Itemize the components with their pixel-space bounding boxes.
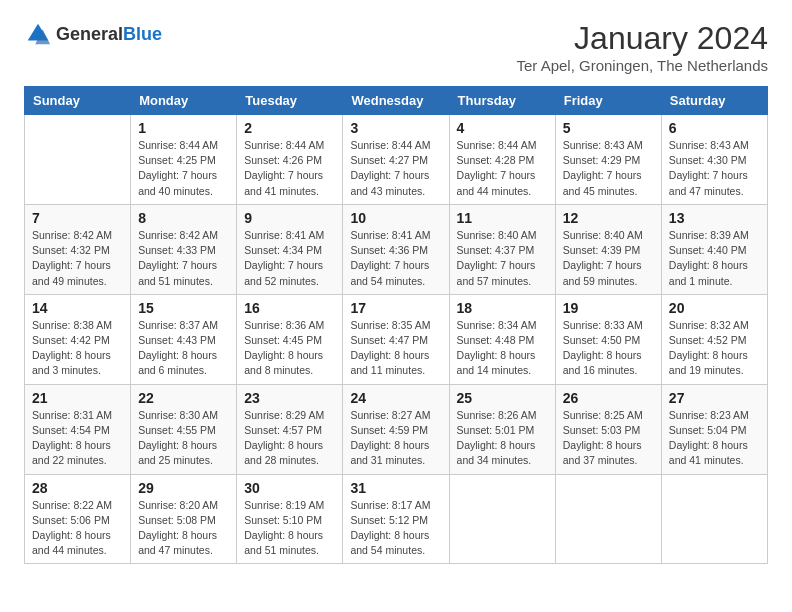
day-number: 1 xyxy=(138,120,229,136)
calendar-cell: 18Sunrise: 8:34 AMSunset: 4:48 PMDayligh… xyxy=(449,294,555,384)
calendar-week-row: 7Sunrise: 8:42 AMSunset: 4:32 PMDaylight… xyxy=(25,204,768,294)
day-info: Sunrise: 8:38 AMSunset: 4:42 PMDaylight:… xyxy=(32,318,123,379)
day-info: Sunrise: 8:22 AMSunset: 5:06 PMDaylight:… xyxy=(32,498,123,559)
day-number: 30 xyxy=(244,480,335,496)
calendar-cell xyxy=(25,115,131,205)
calendar-cell: 17Sunrise: 8:35 AMSunset: 4:47 PMDayligh… xyxy=(343,294,449,384)
calendar-cell: 26Sunrise: 8:25 AMSunset: 5:03 PMDayligh… xyxy=(555,384,661,474)
day-number: 23 xyxy=(244,390,335,406)
calendar-cell: 9Sunrise: 8:41 AMSunset: 4:34 PMDaylight… xyxy=(237,204,343,294)
calendar-cell: 25Sunrise: 8:26 AMSunset: 5:01 PMDayligh… xyxy=(449,384,555,474)
day-info: Sunrise: 8:42 AMSunset: 4:32 PMDaylight:… xyxy=(32,228,123,289)
day-info: Sunrise: 8:44 AMSunset: 4:25 PMDaylight:… xyxy=(138,138,229,199)
day-info: Sunrise: 8:44 AMSunset: 4:26 PMDaylight:… xyxy=(244,138,335,199)
day-info: Sunrise: 8:34 AMSunset: 4:48 PMDaylight:… xyxy=(457,318,548,379)
title-block: January 2024 Ter Apel, Groningen, The Ne… xyxy=(516,20,768,74)
day-info: Sunrise: 8:41 AMSunset: 4:34 PMDaylight:… xyxy=(244,228,335,289)
day-info: Sunrise: 8:44 AMSunset: 4:27 PMDaylight:… xyxy=(350,138,441,199)
calendar-week-row: 28Sunrise: 8:22 AMSunset: 5:06 PMDayligh… xyxy=(25,474,768,564)
day-number: 25 xyxy=(457,390,548,406)
calendar-cell: 21Sunrise: 8:31 AMSunset: 4:54 PMDayligh… xyxy=(25,384,131,474)
calendar-cell: 14Sunrise: 8:38 AMSunset: 4:42 PMDayligh… xyxy=(25,294,131,384)
calendar-cell: 31Sunrise: 8:17 AMSunset: 5:12 PMDayligh… xyxy=(343,474,449,564)
day-number: 28 xyxy=(32,480,123,496)
calendar-table: SundayMondayTuesdayWednesdayThursdayFrid… xyxy=(24,86,768,564)
day-info: Sunrise: 8:43 AMSunset: 4:30 PMDaylight:… xyxy=(669,138,760,199)
calendar-cell xyxy=(449,474,555,564)
calendar-week-row: 21Sunrise: 8:31 AMSunset: 4:54 PMDayligh… xyxy=(25,384,768,474)
day-info: Sunrise: 8:44 AMSunset: 4:28 PMDaylight:… xyxy=(457,138,548,199)
calendar-cell xyxy=(555,474,661,564)
day-info: Sunrise: 8:29 AMSunset: 4:57 PMDaylight:… xyxy=(244,408,335,469)
calendar-cell: 12Sunrise: 8:40 AMSunset: 4:39 PMDayligh… xyxy=(555,204,661,294)
day-number: 4 xyxy=(457,120,548,136)
day-number: 20 xyxy=(669,300,760,316)
day-info: Sunrise: 8:39 AMSunset: 4:40 PMDaylight:… xyxy=(669,228,760,289)
calendar-week-row: 14Sunrise: 8:38 AMSunset: 4:42 PMDayligh… xyxy=(25,294,768,384)
calendar-cell: 2Sunrise: 8:44 AMSunset: 4:26 PMDaylight… xyxy=(237,115,343,205)
logo: GeneralBlue xyxy=(24,20,162,48)
day-number: 13 xyxy=(669,210,760,226)
day-number: 19 xyxy=(563,300,654,316)
column-header-tuesday: Tuesday xyxy=(237,87,343,115)
day-number: 8 xyxy=(138,210,229,226)
day-number: 29 xyxy=(138,480,229,496)
location-subtitle: Ter Apel, Groningen, The Netherlands xyxy=(516,57,768,74)
day-number: 27 xyxy=(669,390,760,406)
day-number: 7 xyxy=(32,210,123,226)
column-header-thursday: Thursday xyxy=(449,87,555,115)
day-info: Sunrise: 8:41 AMSunset: 4:36 PMDaylight:… xyxy=(350,228,441,289)
day-info: Sunrise: 8:35 AMSunset: 4:47 PMDaylight:… xyxy=(350,318,441,379)
day-info: Sunrise: 8:25 AMSunset: 5:03 PMDaylight:… xyxy=(563,408,654,469)
calendar-cell: 11Sunrise: 8:40 AMSunset: 4:37 PMDayligh… xyxy=(449,204,555,294)
calendar-cell: 23Sunrise: 8:29 AMSunset: 4:57 PMDayligh… xyxy=(237,384,343,474)
calendar-cell: 5Sunrise: 8:43 AMSunset: 4:29 PMDaylight… xyxy=(555,115,661,205)
day-info: Sunrise: 8:36 AMSunset: 4:45 PMDaylight:… xyxy=(244,318,335,379)
calendar-cell: 10Sunrise: 8:41 AMSunset: 4:36 PMDayligh… xyxy=(343,204,449,294)
day-number: 15 xyxy=(138,300,229,316)
day-info: Sunrise: 8:32 AMSunset: 4:52 PMDaylight:… xyxy=(669,318,760,379)
calendar-cell: 8Sunrise: 8:42 AMSunset: 4:33 PMDaylight… xyxy=(131,204,237,294)
day-info: Sunrise: 8:31 AMSunset: 4:54 PMDaylight:… xyxy=(32,408,123,469)
day-number: 12 xyxy=(563,210,654,226)
calendar-header-row: SundayMondayTuesdayWednesdayThursdayFrid… xyxy=(25,87,768,115)
day-number: 5 xyxy=(563,120,654,136)
logo-icon xyxy=(24,20,52,48)
calendar-cell xyxy=(661,474,767,564)
calendar-cell: 15Sunrise: 8:37 AMSunset: 4:43 PMDayligh… xyxy=(131,294,237,384)
day-number: 10 xyxy=(350,210,441,226)
day-info: Sunrise: 8:23 AMSunset: 5:04 PMDaylight:… xyxy=(669,408,760,469)
day-info: Sunrise: 8:37 AMSunset: 4:43 PMDaylight:… xyxy=(138,318,229,379)
day-number: 3 xyxy=(350,120,441,136)
day-number: 31 xyxy=(350,480,441,496)
page-header: GeneralBlue January 2024 Ter Apel, Groni… xyxy=(24,20,768,74)
day-info: Sunrise: 8:42 AMSunset: 4:33 PMDaylight:… xyxy=(138,228,229,289)
day-number: 21 xyxy=(32,390,123,406)
calendar-cell: 30Sunrise: 8:19 AMSunset: 5:10 PMDayligh… xyxy=(237,474,343,564)
calendar-cell: 4Sunrise: 8:44 AMSunset: 4:28 PMDaylight… xyxy=(449,115,555,205)
day-info: Sunrise: 8:27 AMSunset: 4:59 PMDaylight:… xyxy=(350,408,441,469)
day-info: Sunrise: 8:33 AMSunset: 4:50 PMDaylight:… xyxy=(563,318,654,379)
column-header-wednesday: Wednesday xyxy=(343,87,449,115)
day-info: Sunrise: 8:19 AMSunset: 5:10 PMDaylight:… xyxy=(244,498,335,559)
calendar-cell: 16Sunrise: 8:36 AMSunset: 4:45 PMDayligh… xyxy=(237,294,343,384)
day-info: Sunrise: 8:26 AMSunset: 5:01 PMDaylight:… xyxy=(457,408,548,469)
logo-blue: Blue xyxy=(123,24,162,44)
day-number: 16 xyxy=(244,300,335,316)
day-number: 22 xyxy=(138,390,229,406)
day-info: Sunrise: 8:30 AMSunset: 4:55 PMDaylight:… xyxy=(138,408,229,469)
calendar-cell: 29Sunrise: 8:20 AMSunset: 5:08 PMDayligh… xyxy=(131,474,237,564)
calendar-cell: 6Sunrise: 8:43 AMSunset: 4:30 PMDaylight… xyxy=(661,115,767,205)
calendar-week-row: 1Sunrise: 8:44 AMSunset: 4:25 PMDaylight… xyxy=(25,115,768,205)
month-title: January 2024 xyxy=(516,20,768,57)
calendar-cell: 19Sunrise: 8:33 AMSunset: 4:50 PMDayligh… xyxy=(555,294,661,384)
day-info: Sunrise: 8:17 AMSunset: 5:12 PMDaylight:… xyxy=(350,498,441,559)
day-number: 26 xyxy=(563,390,654,406)
calendar-cell: 22Sunrise: 8:30 AMSunset: 4:55 PMDayligh… xyxy=(131,384,237,474)
day-number: 24 xyxy=(350,390,441,406)
day-number: 18 xyxy=(457,300,548,316)
column-header-saturday: Saturday xyxy=(661,87,767,115)
day-info: Sunrise: 8:43 AMSunset: 4:29 PMDaylight:… xyxy=(563,138,654,199)
day-number: 14 xyxy=(32,300,123,316)
calendar-cell: 13Sunrise: 8:39 AMSunset: 4:40 PMDayligh… xyxy=(661,204,767,294)
